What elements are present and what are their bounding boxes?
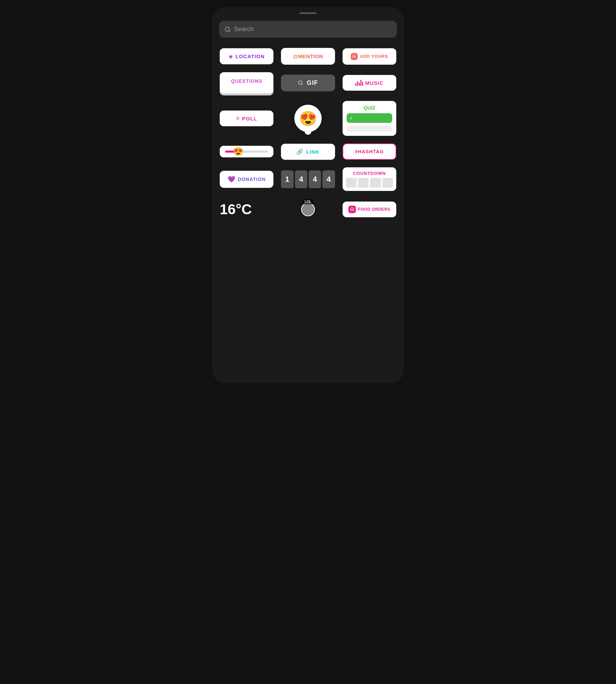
search-icon <box>224 26 231 33</box>
stickers-grid: ◈ LOCATION @MENTION ADD YOURS <box>212 48 404 191</box>
sticker-donation[interactable]: 💜 DONATION <box>220 171 273 188</box>
donation-label: DONATION <box>238 177 266 182</box>
sticker-addyours[interactable]: ADD YOURS <box>343 48 396 65</box>
quiz-check-icon: ✓ <box>349 115 354 121</box>
search-bar[interactable]: Search <box>219 21 397 38</box>
svg-point-5 <box>351 209 353 210</box>
bottom-section: 16°C LOL FOOD ORDERS <box>212 194 404 218</box>
food-orders-sticker-item[interactable]: FOOD ORDERS <box>343 202 396 217</box>
lol-avatar <box>301 203 315 216</box>
countdown-digit-3: 4 <box>309 170 321 188</box>
search-icon-gif <box>298 80 303 86</box>
addyours-label: ADD YOURS <box>360 54 388 59</box>
sticker-link[interactable]: 🔗 LINK <box>281 144 335 160</box>
sticker-music-item[interactable]: MUSIC <box>343 72 396 93</box>
sticker-poll-item[interactable]: ≡ POLL <box>220 101 273 136</box>
link-label: LINK <box>306 149 319 155</box>
quiz-label: QUIZ <box>347 105 392 111</box>
countdown-boxes <box>346 178 393 188</box>
countdown-digit-1: 1 <box>281 170 293 188</box>
sticker-poll[interactable]: ≡ POLL <box>220 111 273 126</box>
emoji-tail <box>305 131 311 135</box>
sticker-countdown-numbers[interactable]: 1 4 4 4 <box>281 170 335 188</box>
sticker-countdown-item[interactable]: COUNTDOWN <box>343 167 396 191</box>
sticker-hashtag-item[interactable]: #HASHTAG <box>343 143 396 160</box>
sticker-mention-item[interactable]: @MENTION <box>281 48 335 65</box>
sticker-countdown-numbers-item[interactable]: 1 4 4 4 <box>281 167 335 191</box>
link-chain-icon: 🔗 <box>296 149 303 155</box>
questions-label: QUESTIONS <box>231 78 262 84</box>
countdown-label: COUNTDOWN <box>346 171 393 176</box>
lol-badge: LOL <box>303 199 313 204</box>
drag-handle[interactable] <box>299 12 317 14</box>
countdown-digit-4: 4 <box>322 170 335 188</box>
phone-container: Search ◈ LOCATION @MENTION <box>212 7 404 383</box>
countdown-box-2 <box>358 178 369 188</box>
temperature-label: 16°C <box>220 201 252 217</box>
sticker-food-orders[interactable]: FOOD ORDERS <box>343 202 396 217</box>
location-label: LOCATION <box>235 53 265 59</box>
sticker-quiz-item[interactable]: QUIZ ✓ <box>343 101 396 136</box>
food-orders-icon <box>348 206 356 213</box>
countdown-digit-2: 4 <box>295 170 307 188</box>
music-label: MUSIC <box>365 80 383 86</box>
sticker-hashtag[interactable]: #HASHTAG <box>343 143 396 160</box>
svg-point-2 <box>354 56 355 57</box>
slider-emoji-icon: 😍 <box>233 147 243 156</box>
sticker-quiz[interactable]: QUIZ ✓ <box>343 101 396 136</box>
sticker-countdown[interactable]: COUNTDOWN <box>343 167 396 191</box>
quiz-wrong-answer <box>347 126 392 132</box>
poll-label: POLL <box>242 116 257 121</box>
sticker-emoji-slider-item[interactable]: 😍 <box>220 143 273 160</box>
donation-heart-icon: 💜 <box>228 176 235 183</box>
sticker-location[interactable]: ◈ LOCATION <box>220 48 273 64</box>
search-placeholder: Search <box>234 26 254 33</box>
sticker-emoji-slider[interactable]: 😍 <box>220 146 273 157</box>
mention-label: @MENTION <box>293 53 323 59</box>
emoji-face: 😍 <box>299 110 317 127</box>
temperature-sticker-item[interactable]: 16°C <box>220 201 273 218</box>
sticker-location-item[interactable]: ◈ LOCATION <box>220 48 273 65</box>
gif-label: GIF <box>307 79 318 87</box>
countdown-box-4 <box>382 178 393 188</box>
food-orders-label: FOOD ORDERS <box>358 207 390 212</box>
addyours-camera-icon <box>351 53 358 60</box>
sticker-emoji-bubble[interactable]: 😍 <box>294 105 322 132</box>
lol-sticker-item[interactable]: LOL <box>281 203 335 216</box>
sticker-emoji-item[interactable]: 😍 <box>281 101 335 136</box>
poll-icon: ≡ <box>236 115 239 121</box>
countdown-box-1 <box>346 178 357 188</box>
sticker-addyours-item[interactable]: ADD YOURS <box>343 48 396 65</box>
sticker-mention[interactable]: @MENTION <box>281 48 335 65</box>
sticker-link-item[interactable]: 🔗 LINK <box>281 143 335 160</box>
svg-line-1 <box>229 30 230 31</box>
quiz-correct-answer: ✓ <box>347 113 392 123</box>
sticker-questions-item[interactable]: QUESTIONS <box>220 72 273 93</box>
hashtag-label: #HASHTAG <box>355 149 384 154</box>
sticker-questions[interactable]: QUESTIONS <box>220 72 273 93</box>
svg-line-4 <box>302 84 303 85</box>
countdown-box-3 <box>370 178 381 188</box>
location-pin-icon: ◈ <box>229 53 233 60</box>
slider-track[interactable]: 😍 <box>225 151 268 153</box>
sticker-donation-item[interactable]: 💜 DONATION <box>220 167 273 191</box>
sticker-gif-item[interactable]: GIF <box>281 72 335 93</box>
music-bars-icon <box>355 80 363 86</box>
sticker-music[interactable]: MUSIC <box>343 75 396 91</box>
sticker-gif[interactable]: GIF <box>281 75 335 91</box>
